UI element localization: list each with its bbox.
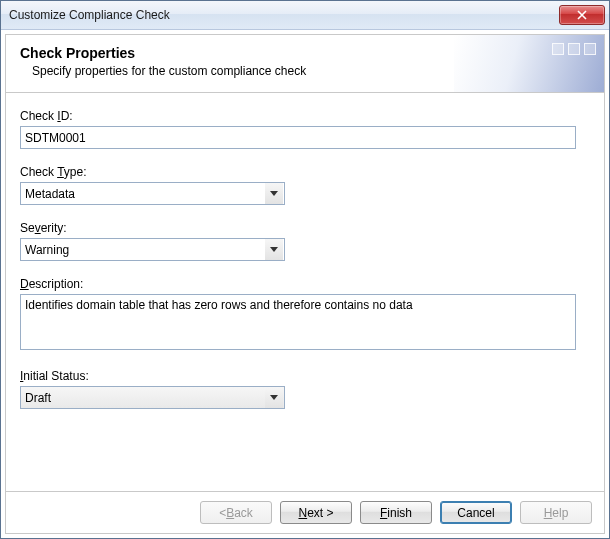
field-initial-status: Initial Status: Draft <box>20 369 590 409</box>
dialog-body: Check Properties Specify properties for … <box>5 34 605 534</box>
chevron-down-icon <box>270 395 278 401</box>
button-bar: < Back Next > Finish Cancel Help <box>6 491 604 533</box>
field-check-type: Check Type: Metadata <box>20 165 590 205</box>
titlebar: Customize Compliance Check <box>1 1 609 30</box>
check-type-combobox[interactable]: Metadata <box>20 182 285 205</box>
help-button[interactable]: Help <box>520 501 592 524</box>
field-severity: Severity: Warning <box>20 221 590 261</box>
field-description: Description: <box>20 277 590 353</box>
description-textarea[interactable] <box>20 294 576 350</box>
initial-status-dropdown-button[interactable] <box>265 387 283 408</box>
severity-label: Severity: <box>20 221 590 235</box>
description-label: Description: <box>20 277 590 291</box>
header-decoration-squares <box>552 43 596 55</box>
cancel-button[interactable]: Cancel <box>440 501 512 524</box>
check-id-input[interactable] <box>20 126 576 149</box>
chevron-down-icon <box>270 247 278 253</box>
window-title: Customize Compliance Check <box>9 8 559 22</box>
check-type-dropdown-button[interactable] <box>265 183 283 204</box>
form-area: Check ID: Check Type: Metadata Severity:… <box>6 93 604 491</box>
field-check-id: Check ID: <box>20 109 590 149</box>
initial-status-label: Initial Status: <box>20 369 590 383</box>
severity-combobox[interactable]: Warning <box>20 238 285 261</box>
severity-dropdown-button[interactable] <box>265 239 283 260</box>
chevron-down-icon <box>270 191 278 197</box>
initial-status-combobox[interactable]: Draft <box>20 386 285 409</box>
close-button[interactable] <box>559 5 605 25</box>
next-button[interactable]: Next > <box>280 501 352 524</box>
severity-value: Warning <box>21 243 264 257</box>
check-type-value: Metadata <box>21 187 264 201</box>
back-button: < Back <box>200 501 272 524</box>
check-id-label: Check ID: <box>20 109 590 123</box>
check-type-label: Check Type: <box>20 165 590 179</box>
finish-button[interactable]: Finish <box>360 501 432 524</box>
dialog-window: Customize Compliance Check Check Propert… <box>0 0 610 539</box>
initial-status-value: Draft <box>21 391 264 405</box>
close-icon <box>577 10 587 20</box>
header-panel: Check Properties Specify properties for … <box>6 35 604 92</box>
